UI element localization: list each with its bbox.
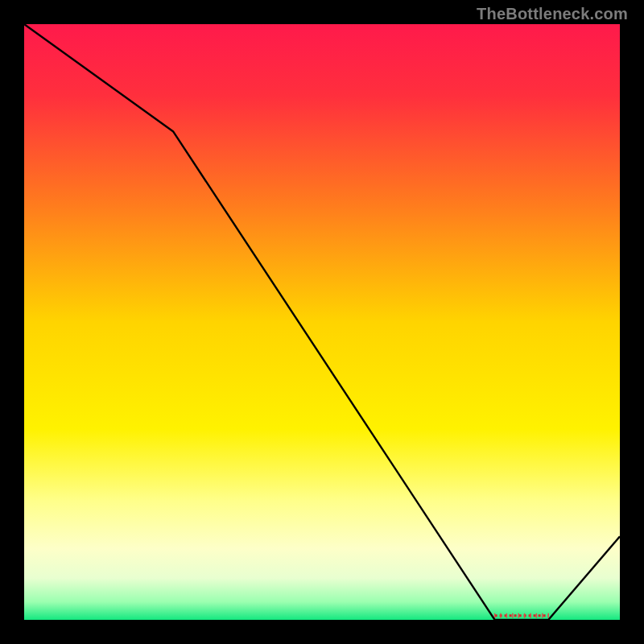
watermark-text: TheBottleneck.com — [477, 5, 628, 23]
chart-svg — [24, 24, 620, 620]
gradient-background — [24, 24, 620, 620]
plot-area — [24, 24, 620, 620]
chart-frame: TheBottleneck.com — [0, 0, 644, 644]
